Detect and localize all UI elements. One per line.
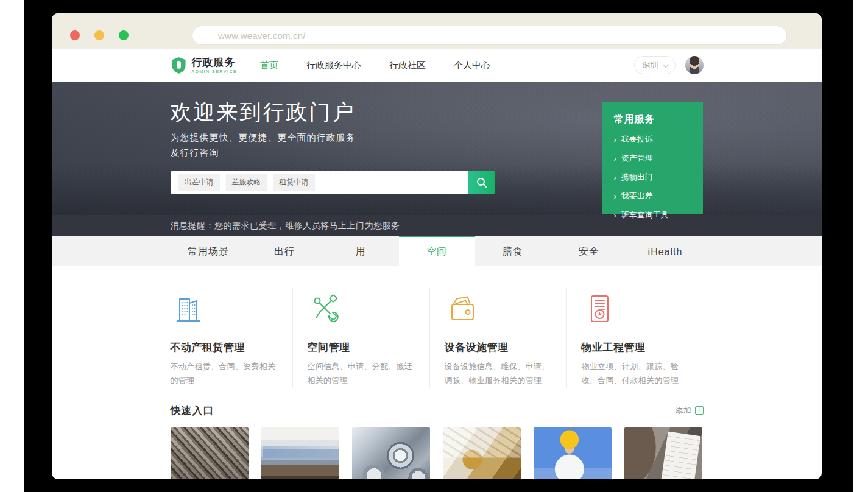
close-window-button[interactable] [70,30,80,40]
tab-travel[interactable]: 出行 [247,236,323,266]
menu-item-service-center[interactable]: 行政服务中心 [306,60,361,71]
thumbnail-machinery-gears[interactable] [352,427,430,480]
quick-entry-header: 快速入口 添加 + [171,404,704,418]
quick-services-panel: 常用服务 › 我要投诉 › 资产管理 › 携物出门 › [602,102,703,214]
notice-bar: 消息提醒：您的需求已受理，维修人员将马上上门为您服务 [52,215,822,236]
add-entry-button[interactable]: 添加 + [676,405,704,416]
quick-service-carry-out[interactable]: › 携物出门 [614,172,691,183]
quick-service-label: 我要投诉 [621,134,653,145]
quick-service-label: 班车查询工具 [621,209,669,220]
logo-subtitle: ADMIN SERVICE [192,69,238,74]
card-desc: 设备设施信息、维保、申请、调拨、物业服务相关的管理 [445,360,552,388]
search-bar: 出差申请 差旅攻略 租赁申请 [171,171,495,194]
search-icon [475,176,489,189]
address-bar[interactable]: www.weaver.com.cn/ [192,26,787,45]
quick-service-label: 资产管理 [621,153,653,164]
card-desc: 物业立项、计划、跟踪、验收、合同、付款相关的管理 [582,360,689,388]
buildings-icon [171,292,206,326]
arrow-right-icon: › [614,136,616,144]
thumbnail-engineer-hardhat[interactable] [534,427,612,480]
tab-ihealth[interactable]: iHealth [627,236,704,266]
card-equipment[interactable]: 设备设施管理 设备设施信息、维保、申请、调拨、物业服务相关的管理 [429,288,566,388]
page-background: www.weaver.com.cn/ 行政服务 ADMIN SERVICE 首 [0,0,868,492]
hero-subtitle-line2: 及行行咨询 [171,147,219,159]
quick-service-label: 我要出差 [621,191,653,202]
minimize-window-button[interactable] [94,30,104,40]
card-desc: 空间信息、申请、分配、搬迁相关的管理 [308,360,415,388]
quick-service-trip[interactable]: › 我要出差 [614,191,691,202]
url-text: www.weaver.com.cn/ [218,30,306,41]
card-title: 物业工程管理 [582,340,689,354]
quick-service-shuttle[interactable]: › 班车查询工具 [614,209,691,220]
logo-title: 行政服务 [192,57,238,68]
logo-text: 行政服务 ADMIN SERVICE [192,57,238,74]
card-title: 不动产租赁管理 [171,340,278,354]
thumbnail-conference-room[interactable] [261,427,339,480]
quick-services-title: 常用服务 [614,113,691,126]
card-real-estate[interactable]: 不动产租赁管理 不动产租赁、合同、资费相关的管理 [171,288,292,388]
menu-item-home[interactable]: 首页 [260,60,278,71]
search-input[interactable]: 出差申请 差旅攻略 租赁申请 [171,171,468,194]
hero-title: 欢迎来到行政门户 [171,98,356,127]
tab-meals[interactable]: 膳食 [475,236,551,266]
thumbnail-padlock-keyboard[interactable] [443,427,521,480]
card-property-engineering[interactable]: 物业工程管理 物业立项、计划、跟踪、验收、合同、付款相关的管理 [566,288,704,388]
hero-banner: 欢迎来到行政门户 为您提供更快、更便捷、更全面的行政服务 及行行咨询 出差申请 … [52,82,822,215]
menu-item-community[interactable]: 行政社区 [389,60,426,71]
tab-space[interactable]: 空间 [399,236,475,266]
category-tabbar: 常用场景 出行 用 空间 膳食 安全 iHealth [52,236,822,266]
city-label: 深圳 [643,60,658,71]
nav-right: 深圳 [634,56,704,74]
document-star-icon [582,292,617,326]
add-label: 添加 [676,405,691,416]
arrow-right-icon: › [614,192,616,200]
thumbnail-open-office-crowd[interactable] [171,427,249,480]
arrow-right-icon: › [614,174,616,181]
tools-icon [308,292,343,326]
quick-service-assets[interactable]: › 资产管理 [614,153,691,164]
card-title: 空间管理 [308,340,415,354]
search-tag-lease[interactable]: 租赁申请 [273,174,315,191]
arrow-right-icon: › [614,155,616,163]
hero-subtitle-line1: 为您提供更快、更便捷、更全面的行政服务 [171,132,356,144]
site-logo[interactable]: 行政服务 ADMIN SERVICE [171,56,238,74]
arrow-right-icon: › [614,211,616,219]
tab-common-scenes[interactable]: 常用场景 [171,236,247,266]
quick-service-complaint[interactable]: › 我要投诉 [614,134,691,145]
thumbnail-contract-review[interactable] [624,427,702,480]
quick-entry-thumbnails [171,427,704,480]
notice-text: 消息提醒：您的需求已受理，维修人员将马上上门为您服务 [171,220,400,230]
tab-security[interactable]: 安全 [551,236,627,266]
shield-logo-icon [171,56,187,74]
user-avatar[interactable] [685,56,704,74]
wallet-icon [445,292,480,326]
tab-use[interactable]: 用 [323,236,399,266]
card-space-management[interactable]: 空间管理 空间信息、申请、分配、搬迁相关的管理 [292,288,429,388]
plus-icon: + [695,406,704,415]
main-menu: 首页 行政服务中心 行政社区 个人中心 [260,60,490,71]
quick-service-label: 携物出门 [621,172,653,183]
browser-window: www.weaver.com.cn/ 行政服务 ADMIN SERVICE 首 [52,13,822,479]
chevron-down-icon [662,62,668,68]
city-selector[interactable]: 深圳 [634,56,676,74]
quick-entry-title: 快速入口 [171,404,214,418]
site-navbar: 行政服务 ADMIN SERVICE 首页 行政服务中心 行政社区 个人中心 深… [52,49,822,82]
zoom-window-button[interactable] [119,30,129,40]
menu-item-personal[interactable]: 个人中心 [454,60,490,71]
search-tag-travel-guide[interactable]: 差旅攻略 [226,174,267,191]
browser-titlebar: www.weaver.com.cn/ [52,13,822,49]
window-controls [70,30,129,40]
card-desc: 不动产租赁、合同、资费相关的管理 [171,360,278,388]
search-tag-business-trip[interactable]: 出差申请 [178,174,220,191]
card-title: 设备设施管理 [445,340,552,354]
search-button[interactable] [468,171,495,194]
service-cards: 不动产租赁管理 不动产租赁、合同、资费相关的管理 [171,266,704,388]
